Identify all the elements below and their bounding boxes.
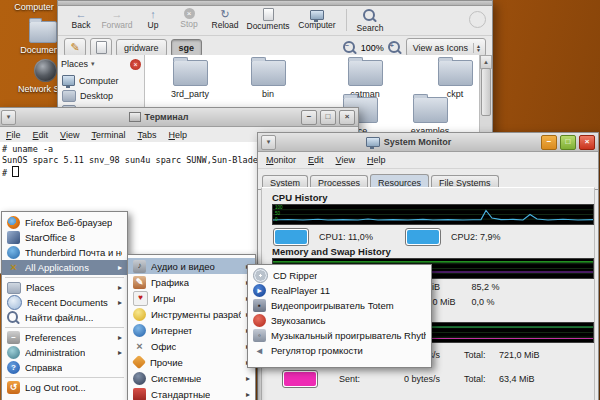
menu-item-games[interactable]: Игры ▸ bbox=[128, 290, 255, 306]
close-button[interactable]: × bbox=[339, 110, 355, 125]
swap-percent: 0,0 % bbox=[472, 297, 495, 307]
breadcrumb-gridware[interactable]: gridware bbox=[116, 39, 167, 57]
cpu1-swatch[interactable] bbox=[273, 228, 309, 246]
computer-monitor-icon bbox=[310, 10, 324, 20]
stop-button[interactable]: × Stop bbox=[172, 8, 206, 29]
menu-terminal[interactable]: Terminal bbox=[91, 130, 125, 140]
menu-item-help[interactable]: Справка bbox=[2, 360, 127, 375]
toolbar-separator bbox=[346, 9, 347, 31]
menu-item-system[interactable]: Системные ▸ bbox=[128, 370, 255, 386]
menu-item-cd-ripper[interactable]: CD Ripper bbox=[248, 268, 431, 283]
window-menu-icon[interactable]: ▾ bbox=[261, 135, 276, 150]
cpu2-swatch[interactable] bbox=[405, 228, 441, 246]
back-button[interactable]: ← Back bbox=[64, 8, 98, 30]
sidebar-close-icon[interactable]: × bbox=[130, 59, 141, 70]
menu-item-totem[interactable]: Видеопроигрыватель Totem bbox=[248, 298, 431, 313]
file-examples[interactable]: examples bbox=[398, 97, 462, 136]
reload-button[interactable]: ↻ Reload bbox=[208, 8, 242, 30]
minimize-button[interactable]: − bbox=[301, 110, 317, 125]
menu-item-internet[interactable]: Интернет ▸ bbox=[128, 322, 255, 338]
terminal-line: SunOS sparc 5.11 snv_98 sun4u sparc SUNW… bbox=[2, 155, 283, 165]
menu-item-office[interactable]: Офис ▸ bbox=[128, 338, 255, 354]
menu-edit[interactable]: Edit bbox=[308, 155, 324, 165]
system-monitor-menubar: Monitor Edit View Help bbox=[258, 152, 598, 169]
up-button[interactable]: ↑ Up bbox=[136, 8, 170, 30]
minimize-button[interactable]: − bbox=[541, 135, 557, 150]
desktop-icon-computer[interactable]: Computer bbox=[6, 2, 62, 12]
menu-tabs[interactable]: Tabs bbox=[137, 130, 156, 140]
sound-recorder-icon bbox=[253, 314, 266, 327]
file-ckpt[interactable]: ckpt bbox=[423, 60, 487, 99]
maximize-button[interactable]: □ bbox=[560, 135, 576, 150]
menu-item-realplayer[interactable]: RealPlayer 11 bbox=[248, 283, 431, 298]
search-button[interactable]: Search bbox=[353, 8, 387, 33]
maximize-button[interactable]: □ bbox=[320, 110, 336, 125]
computer-button[interactable]: Computer bbox=[294, 8, 340, 30]
menu-edit[interactable]: Edit bbox=[33, 130, 49, 140]
system-monitor-titlebar[interactable]: ▾ System Monitor − □ × bbox=[258, 133, 598, 152]
forward-button[interactable]: → Forward bbox=[100, 8, 134, 30]
menu-item-all-applications[interactable]: All Applications ▸ bbox=[2, 260, 127, 275]
sidebar-item-computer[interactable]: Computer bbox=[58, 73, 144, 88]
menu-item-preferences[interactable]: Preferences ▸ bbox=[2, 330, 127, 345]
menu-item-development-tools[interactable]: Инструменты разработки ▸ bbox=[128, 306, 255, 322]
pencil-icon: ✎ bbox=[70, 41, 79, 54]
other-diamond-icon bbox=[132, 355, 146, 369]
menu-help[interactable]: Help bbox=[367, 155, 386, 165]
places-sidebar-header[interactable]: Places ▾ × bbox=[58, 55, 144, 73]
scrollbar-thumb[interactable] bbox=[481, 68, 491, 116]
menu-item-places[interactable]: Places ▸ bbox=[2, 280, 127, 295]
terminal-titlebar[interactable]: ▾ Терминал − □ × bbox=[0, 108, 358, 127]
file-3rd_party[interactable]: 3rd_party bbox=[158, 60, 222, 99]
menu-file[interactable]: File bbox=[6, 130, 21, 140]
window-menu-icon[interactable]: ▾ bbox=[1, 110, 16, 125]
graphics-icon bbox=[133, 276, 146, 289]
totem-player-icon bbox=[253, 299, 266, 312]
menu-item-label: Музыкальный проигрыватель Rhythmbox bbox=[271, 330, 426, 341]
scroll-up-icon[interactable]: ▲ bbox=[480, 55, 492, 69]
computer-monitor-icon bbox=[62, 75, 75, 86]
menu-item-recent-documents[interactable]: Recent Documents ▸ bbox=[2, 295, 127, 310]
file-bin[interactable]: bin bbox=[236, 60, 300, 99]
sent-swatch[interactable] bbox=[282, 370, 318, 388]
menu-item-thunderbird[interactable]: Thunderbird Почта и новости bbox=[2, 245, 127, 260]
system-globe-icon bbox=[133, 372, 146, 385]
folder-icon bbox=[348, 60, 383, 86]
menu-item-log-out[interactable]: Log Out root... bbox=[2, 380, 127, 395]
memory-legend-fragment: GiB 85,2 % bbox=[425, 282, 500, 292]
menu-item-volume-control[interactable]: Регулятор громкости bbox=[248, 343, 431, 358]
menu-help[interactable]: Help bbox=[168, 130, 187, 140]
menu-separator bbox=[5, 327, 124, 328]
zoom-out-icon[interactable]: − bbox=[343, 41, 355, 53]
zoom-in-icon[interactable]: + bbox=[388, 41, 400, 53]
breadcrumb-sge[interactable]: sge bbox=[171, 39, 203, 57]
menu-item-administration[interactable]: Administration ▸ bbox=[2, 345, 127, 360]
cpu-history-heading: CPU History bbox=[272, 192, 327, 203]
menu-item-find-files[interactable]: Найти файлы... bbox=[2, 310, 127, 325]
submenu-arrow-icon: ▸ bbox=[118, 348, 122, 357]
menu-item-label: Аудио и видео bbox=[151, 261, 215, 272]
menu-item-other[interactable]: Прочие ▸ bbox=[128, 354, 255, 370]
menu-item-label: CD Ripper bbox=[273, 270, 317, 281]
menu-item-audio-video[interactable]: Аудио и видео ▸ bbox=[128, 258, 255, 274]
menu-item-rhythmbox[interactable]: Музыкальный проигрыватель Rhythmbox bbox=[248, 328, 431, 343]
menu-item-firefox[interactable]: Firefox Веб-браузер bbox=[2, 215, 127, 230]
swap-legend-fragment: 4,0 MiB 0,0 % bbox=[425, 297, 495, 307]
menu-item-label: Places bbox=[26, 282, 55, 293]
places-header-label: Places bbox=[61, 59, 88, 69]
menu-monitor[interactable]: Monitor bbox=[266, 155, 296, 165]
documents-button[interactable]: Documents bbox=[244, 8, 292, 31]
menu-item-sound-recorder[interactable]: Звукозапись bbox=[248, 313, 431, 328]
menu-item-label: Firefox Веб-браузер bbox=[25, 217, 112, 228]
file-catman[interactable]: catman bbox=[333, 60, 397, 99]
menu-item-label: Видеопроигрыватель Totem bbox=[271, 300, 394, 311]
menu-view[interactable]: View bbox=[336, 155, 355, 165]
sent-total: 63,4 MiB bbox=[499, 374, 535, 384]
menu-item-standard[interactable]: Стандартные ▸ bbox=[128, 386, 255, 400]
menu-item-staroffice[interactable]: StarOffice 8 bbox=[2, 230, 127, 245]
sidebar-item-desktop[interactable]: Desktop bbox=[58, 88, 144, 103]
submenu-arrow-icon: ▸ bbox=[118, 333, 122, 342]
menu-item-graphics[interactable]: Графика ▸ bbox=[128, 274, 255, 290]
close-button[interactable]: × bbox=[579, 135, 595, 150]
menu-view[interactable]: View bbox=[60, 130, 79, 140]
